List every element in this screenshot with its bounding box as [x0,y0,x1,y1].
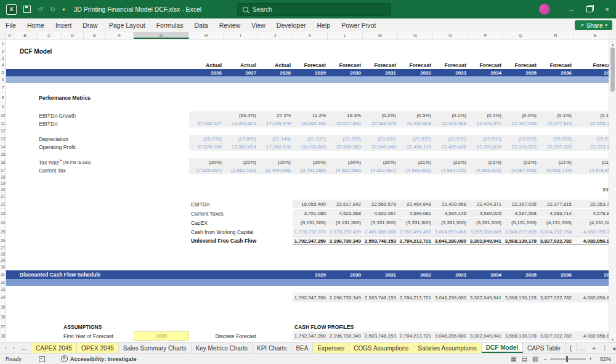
column-header-K[interactable]: K [293,32,328,39]
cell-M4[interactable]: Forecast [363,61,398,69]
cell-R30[interactable] [538,264,573,270]
cell-A22[interactable] [6,200,14,209]
column-header-L[interactable]: L [328,32,363,39]
column-header-P[interactable]: P [468,32,503,39]
cell-Q13[interactable]: (20,532) [503,135,538,143]
cell-Q36[interactable] [503,312,538,322]
cell-J18[interactable] [258,174,293,180]
row-header-13[interactable]: 13 [0,135,6,143]
cell-C1[interactable] [37,39,62,47]
cell-O37[interactable] [433,322,468,331]
sheet-tab--[interactable]: ( [565,343,577,353]
cell-G22[interactable] [134,200,189,209]
cell-P7[interactable] [468,83,503,93]
cell-K10[interactable]: 11.2% [293,111,328,119]
cell-S12[interactable] [573,127,609,135]
column-header-H[interactable]: H [189,32,224,39]
cell-K36[interactable] [293,312,328,322]
cell-K18[interactable] [293,174,328,180]
cell-I29[interactable] [224,257,258,264]
row-header-17[interactable]: 17 [0,166,6,174]
cell-G37[interactable] [134,322,189,331]
cell-J14[interactable]: 17,060,028 [258,143,293,151]
cell-A5[interactable] [6,69,14,76]
cell-B34[interactable] [14,293,37,302]
cell-P17[interactable]: (4,589,025) [468,166,503,174]
cell-H27[interactable] [189,245,224,251]
cell-B20[interactable] [14,187,37,193]
cell-O29[interactable] [433,257,468,264]
more-sheets-icon[interactable]: … [18,345,29,351]
cell-J6[interactable] [258,76,293,83]
cell-Q38[interactable]: 3,568,130,178 [503,331,538,341]
cell-B11[interactable] [14,119,37,127]
cell-C29[interactable] [37,257,62,264]
cell-N28[interactable] [398,251,433,257]
cell-F28[interactable] [106,251,134,257]
cell-G20[interactable] [134,187,189,193]
cell-H20[interactable] [189,187,224,193]
cell-S26[interactable]: 4,082,856,841 [573,237,609,245]
scroll-down-icon[interactable]: ▾ [609,335,616,342]
cell-E35[interactable] [84,302,106,312]
cell-L23[interactable]: 4,523,568 [328,209,363,218]
cell-B15[interactable] [14,151,37,158]
cell-C28[interactable] [37,251,62,257]
cell-L24[interactable]: (9,131,500) [328,218,363,227]
cell-Q5[interactable]: 2035 [503,69,538,76]
cell-R20[interactable] [538,187,573,193]
cell-I20[interactable] [224,187,258,193]
cell-Q14[interactable]: 22,376,503 [503,143,538,151]
ribbon-tab-developer[interactable]: Developer [271,19,312,32]
cell-F6[interactable] [106,76,134,83]
cell-I33[interactable] [224,286,258,293]
cell-P1[interactable] [468,39,503,47]
row-header-15[interactable]: 15 [0,151,6,158]
cell-I10[interactable]: (64.4%) [224,111,258,119]
column-header-F[interactable]: F [106,32,134,39]
cell-F1[interactable] [106,39,134,47]
cell-B17[interactable] [14,166,37,174]
cell-Q27[interactable] [503,245,538,251]
cell-L13[interactable]: (21,293) [328,135,363,143]
cell-C5[interactable] [37,69,62,76]
cell-P32[interactable] [468,279,503,286]
cell-I31[interactable] [224,270,258,279]
cell-E3[interactable] [84,55,106,61]
cell-M15[interactable] [363,151,398,158]
cell-E36[interactable] [84,312,106,322]
cell-O12[interactable] [433,127,468,135]
cell-R16[interactable]: (21%) [538,158,573,166]
cell-L36[interactable] [328,312,363,322]
cell-O7[interactable] [433,83,468,93]
cell-I13[interactable]: (17,800) [224,135,258,143]
cell-A32[interactable] [6,279,14,286]
cell-M9[interactable] [363,103,398,111]
cell-Q16[interactable]: (21%) [503,158,538,166]
cell-R25[interactable]: 3,804,192,754 [538,227,573,237]
cell-L3[interactable] [328,55,363,61]
cell-Q3[interactable] [503,55,538,61]
cell-Q10[interactable]: (0.0%) [503,111,538,119]
cell-J27[interactable] [258,245,293,251]
cell-S18[interactable] [573,174,609,180]
sheet-tab-dcf-model[interactable]: DCF Model [482,343,523,353]
cell-N9[interactable] [398,103,433,111]
cell-F3[interactable] [106,55,134,61]
cell-F23[interactable] [106,209,134,218]
cell-H3[interactable] [189,55,224,61]
cell-R23[interactable]: 4,583,714 [538,209,573,218]
sheet-tab-capex-2045[interactable]: CAPEX 2045 [31,343,77,353]
cell-P19[interactable] [468,180,503,187]
cell-B31[interactable]: Discounted Cash Flow Schedule [14,270,134,279]
row-header-7[interactable]: 7 [0,83,6,93]
cell-O34[interactable]: 3,046,286,080 [433,293,468,302]
cell-O25[interactable]: 3,024,593,468 [433,227,468,237]
cell-F5[interactable] [106,69,134,76]
cell-L38[interactable]: 2,196,730,349 [328,331,363,341]
cell-G36[interactable] [134,312,189,322]
cell-E2[interactable] [84,47,106,55]
cell-B23[interactable] [14,209,37,218]
row-header-16[interactable]: 16 [0,158,6,166]
cell-Q22[interactable]: 22,397,035 [503,200,538,209]
